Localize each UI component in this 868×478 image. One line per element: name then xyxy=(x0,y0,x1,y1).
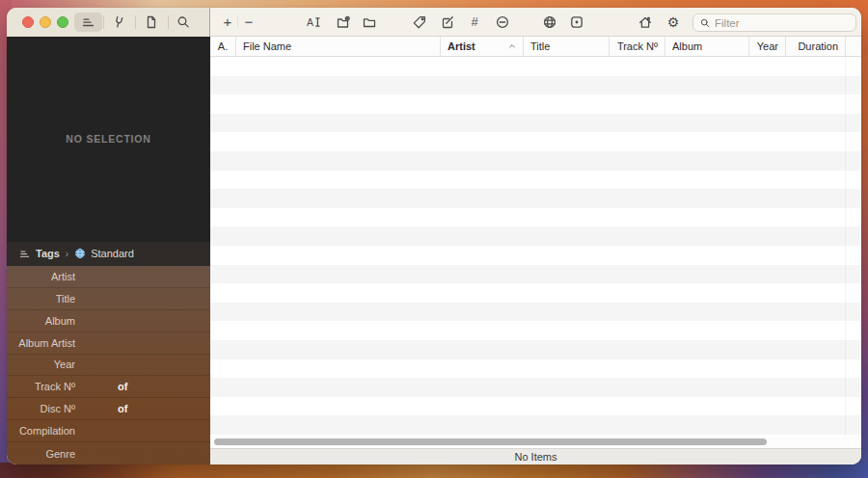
form-row-title[interactable]: Title xyxy=(7,288,210,310)
artwork-panel: NO SELECTION xyxy=(7,37,210,242)
table-header: A. File Name Artist Title Track Nº Album… xyxy=(210,37,861,57)
field-label: Title xyxy=(7,293,75,305)
desktop-wallpaper-bottom xyxy=(0,463,868,478)
folder-icon[interactable] xyxy=(361,13,378,31)
search-icon[interactable] xyxy=(176,14,191,30)
horizontal-scrollbar-thumb[interactable] xyxy=(214,438,767,445)
clear-tags-icon[interactable] xyxy=(494,13,511,31)
titlebar-main-section: + − A # xyxy=(210,8,861,37)
sort-ascending-icon xyxy=(508,42,516,50)
field-label: Disc Nº xyxy=(7,403,75,414)
breadcrumb: Tags › Standard xyxy=(7,242,210,266)
column-header-artist[interactable]: Artist xyxy=(441,37,524,56)
form-row-album-artist[interactable]: Album Artist xyxy=(7,332,210,355)
content: NO SELECTION Tags › Standard Artist Titl… xyxy=(7,37,861,465)
toolbar-divider xyxy=(237,16,238,28)
column-header-file-name[interactable]: File Name xyxy=(236,37,441,56)
web-lookup-icon[interactable] xyxy=(541,13,558,31)
minimize-button[interactable] xyxy=(40,16,51,28)
segment-divider xyxy=(103,15,104,29)
globe-icon xyxy=(74,248,86,259)
home-icon[interactable] xyxy=(637,13,654,31)
add-files-button[interactable]: + xyxy=(219,13,236,31)
settings-button[interactable]: ⚙ xyxy=(665,13,682,31)
form-row-compilation[interactable]: Compilation xyxy=(7,420,210,442)
folder-badge-icon xyxy=(336,14,352,30)
column-header-year[interactable]: Year xyxy=(749,37,786,56)
no-selection-label: NO SELECTION xyxy=(65,133,153,146)
breadcrumb-standard[interactable]: Standard xyxy=(91,248,134,259)
segment-divider xyxy=(168,15,169,29)
zoom-button[interactable] xyxy=(57,16,68,28)
filter-input[interactable] xyxy=(715,17,850,29)
column-header-duration[interactable]: Duration xyxy=(786,37,846,56)
field-label: Album xyxy=(7,315,75,327)
tags-list-icon xyxy=(18,248,31,260)
form-row-genre[interactable]: Genre xyxy=(7,442,210,465)
sidebar: NO SELECTION Tags › Standard Artist Titl… xyxy=(7,37,210,465)
column-header-track-no[interactable]: Track Nº xyxy=(610,37,665,56)
column-separator xyxy=(845,57,846,437)
of-label: of xyxy=(118,381,127,392)
field-label: Album Artist xyxy=(7,337,75,349)
app-window: + − A # xyxy=(7,8,861,465)
form-row-artist[interactable]: Artist xyxy=(7,266,210,288)
filter-search-icon xyxy=(699,17,711,29)
titlebar-sidebar-section xyxy=(7,8,210,37)
tag-icon[interactable] xyxy=(411,13,428,31)
chevron-right-icon: › xyxy=(66,249,68,259)
filter-field[interactable] xyxy=(692,13,856,32)
form-row-disc-no[interactable]: Disc Nºof xyxy=(7,398,210,420)
plus-icon: + xyxy=(224,13,232,31)
svg-text:A: A xyxy=(307,16,313,28)
breadcrumb-tags[interactable]: Tags xyxy=(36,248,60,259)
tuning-fork-icon[interactable] xyxy=(111,14,126,30)
field-label: Artist xyxy=(7,271,75,282)
field-label: Compilation xyxy=(7,425,75,437)
artwork-icon[interactable] xyxy=(568,13,585,31)
minus-icon: − xyxy=(245,13,254,31)
horizontal-scrollbar xyxy=(210,437,861,448)
field-label: Track Nº xyxy=(7,381,75,392)
rename-button[interactable]: A xyxy=(305,13,322,31)
segment-divider xyxy=(135,15,136,29)
field-label: Genre xyxy=(7,448,75,460)
status-bar: No Items xyxy=(210,448,861,465)
form-row-track-no[interactable]: Track Nºof xyxy=(7,376,210,398)
table-rows-empty[interactable] xyxy=(210,57,861,437)
file-table: A. File Name Artist Title Track Nº Album… xyxy=(210,37,861,465)
edit-tags-icon[interactable] xyxy=(439,13,456,31)
remove-files-button[interactable]: − xyxy=(240,13,258,31)
gear-icon: ⚙ xyxy=(667,13,680,31)
column-header-album[interactable]: Album xyxy=(665,37,749,56)
tag-form: Artist Title Album Album Artist Year Tra… xyxy=(7,266,210,465)
column-header-spare[interactable] xyxy=(846,37,861,56)
titlebar: + − A # xyxy=(7,8,861,37)
track-number-icon[interactable]: # xyxy=(466,13,483,31)
of-label: of xyxy=(118,403,127,414)
rename-ai-icon: A xyxy=(305,14,322,30)
column-header-artwork[interactable]: A. xyxy=(210,37,236,56)
document-icon[interactable] xyxy=(144,14,159,30)
close-button[interactable] xyxy=(22,16,34,28)
field-label: Year xyxy=(7,358,75,370)
new-folder-button[interactable] xyxy=(335,13,352,31)
status-text: No Items xyxy=(514,451,556,463)
editor-pane-icon[interactable] xyxy=(80,14,95,30)
form-row-year[interactable]: Year xyxy=(7,355,210,377)
column-header-title[interactable]: Title xyxy=(524,37,610,56)
form-row-album[interactable]: Album xyxy=(7,310,210,332)
